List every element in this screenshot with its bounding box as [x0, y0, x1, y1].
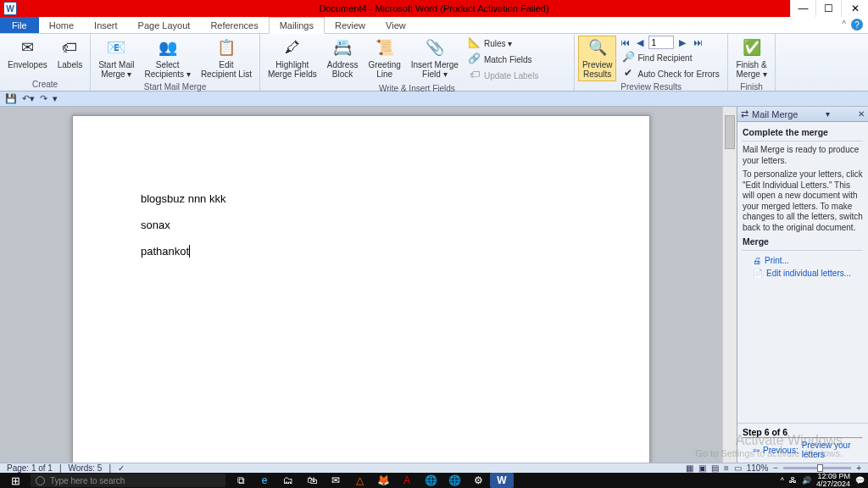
store-icon[interactable]: 🛍 [300, 473, 324, 488]
tab-references[interactable]: References [200, 17, 268, 33]
pane-switch-icon[interactable]: ⇄ [741, 108, 748, 119]
vertical-scrollbar[interactable] [722, 107, 737, 463]
network-icon[interactable]: 🖧 [789, 476, 797, 485]
page[interactable]: blogsbuz nnn kkk sonax pathankot [72, 115, 650, 463]
address-block-button[interactable]: 📇Address Block [323, 36, 363, 81]
notifications-icon[interactable]: 💬 [855, 476, 865, 485]
highlight-merge-fields-button[interactable]: 🖍Highlight Merge Fields [264, 36, 321, 81]
tab-insert[interactable]: Insert [84, 17, 128, 33]
zoom-level[interactable]: 110% [747, 463, 769, 473]
page-content[interactable]: blogsbuz nnn kkk sonax pathankot [73, 116, 649, 347]
update-labels-button[interactable]: 🏷Update Labels [465, 68, 570, 83]
window-title: Document4 - Microsoft Word (Product Acti… [319, 3, 548, 14]
doc-icon: 📄 [753, 269, 763, 278]
firefox-icon[interactable]: 🦊 [371, 473, 395, 488]
maximize-button[interactable]: ☐ [815, 0, 841, 17]
save-button[interactable]: 💾 [5, 93, 17, 104]
mail-merge-pane: ⇄ Mail Merge ▾ ✕ Complete the merge Mail… [737, 107, 868, 463]
explorer-icon[interactable]: 🗂 [276, 473, 300, 488]
ribbon-collapse-icon[interactable]: ^ [842, 19, 846, 29]
tab-page-layout[interactable]: Page Layout [128, 17, 201, 33]
taskbar-search[interactable]: Type here to search [31, 474, 225, 487]
match-fields-button[interactable]: 🔗Match Fields [465, 52, 570, 67]
vlc-icon[interactable]: △ [348, 473, 371, 488]
finish-merge-button[interactable]: ✅Finish & Merge ▾ [732, 36, 771, 81]
pane-dropdown-icon[interactable]: ▾ [826, 109, 830, 119]
zoom-thumb[interactable] [817, 464, 823, 472]
edit-recipient-list-button[interactable]: 📋Edit Recipient List [197, 36, 256, 81]
previous-step-link[interactable]: ⇦Previous: Preview your letters [743, 439, 863, 459]
tab-home[interactable]: Home [39, 17, 84, 33]
clock[interactable]: 12:09 PM4/27/2024 [816, 473, 850, 488]
auto-check-errors-button[interactable]: ✔Auto Check for Errors [618, 66, 724, 81]
chrome-icon-2[interactable]: 🌐 [442, 473, 466, 488]
qat-customize-button[interactable]: ▾ [53, 93, 58, 104]
tab-review[interactable]: Review [325, 17, 376, 33]
pane-close-button[interactable]: ✕ [858, 109, 865, 119]
insert-merge-field-button[interactable]: 📎Insert Merge Field ▾ [407, 36, 463, 81]
chrome-icon[interactable]: 🌐 [419, 473, 442, 488]
start-button[interactable]: ⊞ [0, 474, 31, 487]
highlight-icon: 🖍 [282, 38, 303, 58]
zoom-in-button[interactable]: + [856, 463, 861, 473]
doc-line[interactable]: blogsbuz nnn kkk [141, 192, 581, 207]
doc-line[interactable]: sonax [141, 219, 581, 233]
record-number-input[interactable] [648, 36, 674, 49]
labels-button[interactable]: 🏷Labels [53, 36, 86, 72]
undo-button[interactable]: ↶▾ [22, 93, 35, 104]
greeting-line-button[interactable]: 📜Greeting Line [364, 36, 404, 81]
help-icon[interactable]: ? [851, 19, 863, 30]
word-count[interactable]: Words: 5 [69, 463, 103, 473]
tab-mailings[interactable]: Mailings [269, 17, 325, 34]
recipients-icon: 👥 [158, 38, 178, 58]
record-nav: ⏮ ◀ ▶ ⏭ [618, 36, 724, 49]
volume-icon[interactable]: 🔊 [802, 476, 811, 485]
tab-file[interactable]: File [0, 17, 39, 33]
zoom-slider[interactable] [783, 467, 851, 469]
tab-view[interactable]: View [376, 17, 416, 33]
group-create: ✉Envelopes 🏷Labels Create [0, 34, 91, 91]
view-outline-button[interactable]: ≡ [724, 463, 729, 473]
print-link[interactable]: 🖨Print... [743, 254, 863, 267]
match-icon: 🔗 [469, 53, 481, 65]
minimize-button[interactable]: — [790, 0, 815, 17]
zoom-out-button[interactable]: − [773, 463, 778, 473]
close-button[interactable]: ✕ [841, 0, 868, 17]
edge-icon[interactable]: e [253, 473, 276, 488]
group-label: Write & Insert Fields [379, 83, 455, 95]
last-record-button[interactable]: ⏭ [691, 36, 704, 49]
prev-record-button[interactable]: ◀ [633, 36, 647, 49]
group-label: Preview Results [620, 81, 682, 93]
doc-line[interactable]: pathankot [141, 245, 581, 259]
task-view-button[interactable]: ⧉ [229, 473, 253, 488]
page-indicator[interactable]: Page: 1 of 1 [7, 463, 53, 473]
document-area[interactable]: blogsbuz nnn kkk sonax pathankot [0, 107, 722, 463]
view-web-layout-button[interactable]: ▤ [711, 463, 719, 473]
scrollbar-thumb[interactable] [725, 115, 735, 149]
find-recipient-button[interactable]: 🔎Find Recipient [618, 50, 724, 65]
envelopes-button[interactable]: ✉Envelopes [3, 36, 52, 72]
view-draft-button[interactable]: ▭ [734, 463, 742, 473]
next-record-button[interactable]: ▶ [676, 36, 689, 49]
mail-icon[interactable]: ✉ [324, 473, 348, 488]
edit-individual-letters-link[interactable]: 📄Edit individual letters... [743, 267, 863, 280]
greeting-icon: 📜 [375, 38, 395, 58]
select-recipients-button[interactable]: 👥Select Recipients ▾ [140, 36, 194, 81]
ribbon: ✉Envelopes 🏷Labels Create 📧Start Mail Me… [0, 34, 868, 92]
settings-icon[interactable]: ⚙ [466, 473, 490, 488]
proofing-icon[interactable]: ✓ [118, 463, 125, 473]
start-mail-merge-button[interactable]: 📧Start Mail Merge ▾ [94, 36, 138, 81]
word-taskbar-icon[interactable]: W [490, 473, 514, 488]
first-record-button[interactable]: ⏮ [618, 36, 632, 49]
view-print-layout-button[interactable]: ▦ [686, 463, 693, 473]
title-bar: W Document4 - Microsoft Word (Product Ac… [0, 0, 868, 17]
preview-icon: 🔍 [587, 38, 608, 58]
rules-button[interactable]: 📐Rules ▾ [465, 36, 570, 51]
redo-button[interactable]: ↷ [40, 93, 47, 104]
group-start-mail-merge: 📧Start Mail Merge ▾ 👥Select Recipients ▾… [91, 34, 260, 91]
group-finish: ✅Finish & Merge ▾ Finish [728, 34, 775, 91]
preview-results-button[interactable]: 🔍Preview Results [578, 36, 617, 81]
view-full-screen-button[interactable]: ▣ [698, 463, 706, 473]
acrobat-icon[interactable]: A [395, 473, 419, 488]
tray-chevron-icon[interactable]: ^ [781, 476, 784, 485]
